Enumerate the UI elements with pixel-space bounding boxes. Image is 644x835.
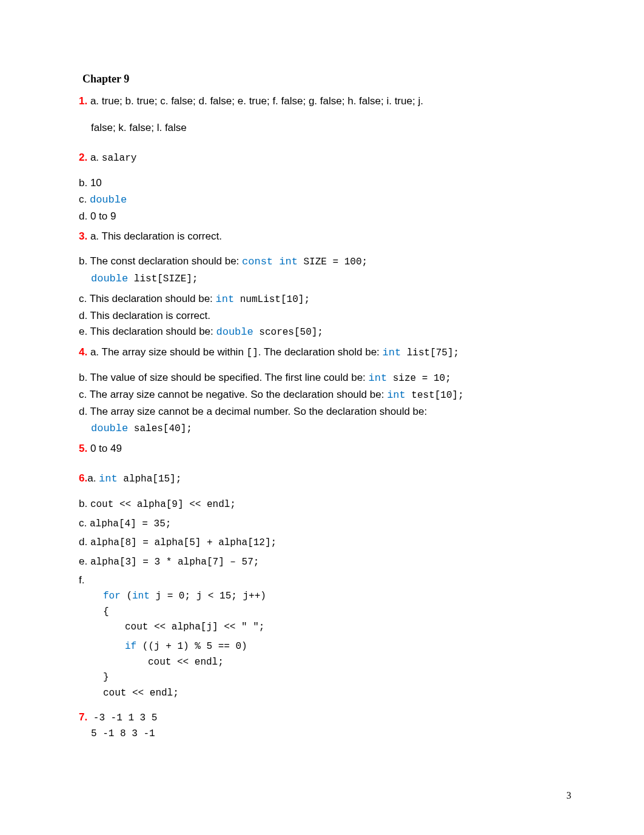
q3-d: d. This declaration is correct.	[79, 309, 565, 323]
q6-f-if-keyword: if	[125, 641, 136, 652]
q2-b: b. 10	[79, 176, 565, 190]
q4-b-keyword: int	[369, 372, 387, 384]
page-number: 3	[566, 790, 571, 801]
q5-text: 0 to 49	[87, 443, 122, 454]
q4-a-code: list[75];	[401, 347, 459, 358]
q3-b-line2: double list[SIZE];	[91, 272, 565, 286]
q5-number: 5.	[79, 443, 87, 454]
q3-e-text: e. This declaration should be:	[79, 326, 216, 337]
q4-d-text: d. The array size cannot be a decimal nu…	[79, 406, 427, 417]
q3-b-line1: b. The const declaration should be: cons…	[79, 255, 565, 269]
q7-line2: 5 -1 8 3 -1	[91, 728, 565, 741]
q2-a-code: salary	[102, 153, 137, 164]
q3-e: e. This declaration should be: double sc…	[79, 325, 565, 340]
q4-d-keyword: double	[91, 423, 128, 434]
q3-b-code: SIZE = 100;	[298, 257, 367, 267]
q7-line1: 7. -3 -1 1 3 5	[79, 711, 565, 725]
q2-number: 2.	[79, 152, 87, 163]
q3-c: c. This declaration should be: int numLi…	[79, 292, 565, 307]
q1-number: 1.	[79, 95, 87, 107]
q3-c-code: numList[10];	[234, 294, 310, 305]
q2-a: 2. a. salary	[79, 151, 565, 166]
q6-f-l4b: ((j + 1) % 5 == 0)	[136, 641, 247, 652]
q3-c-keyword: int	[216, 293, 235, 305]
q4-a-text2: . The declaration shold be:	[258, 346, 383, 358]
q6-f-line7: cout << endl;	[103, 687, 565, 700]
q6-f-line5: cout << endl;	[148, 656, 565, 669]
q6-c-prefix: c.	[79, 517, 90, 529]
q6-number: 6.	[79, 472, 87, 484]
q6-b-prefix: b.	[79, 498, 90, 509]
q6-a-prefix: a.	[87, 472, 99, 484]
q7-output1: -3 -1 1 3 5	[87, 713, 157, 723]
q3-c-text: c. This declaration should be:	[79, 293, 216, 304]
q6-a-code: alpha[15];	[118, 474, 182, 485]
q4-c-code: test[10];	[406, 390, 464, 401]
q6-f-line3: cout << alpha[j] << " ";	[125, 621, 565, 634]
q4-c-text: c. The array size cannot be negative. So…	[79, 389, 387, 400]
q6-c-code: alpha[4] = 35;	[90, 518, 171, 529]
q1-text1: a. true; b. true; c. false; d. false; e.…	[87, 95, 423, 107]
q3-b-text: b. The const declaration should be:	[79, 255, 242, 267]
q2-c-prefix: c.	[79, 193, 90, 205]
q3-a-text: a. This declaration is correct.	[87, 230, 222, 242]
q6-a: 6.a. int alpha[15];	[79, 472, 565, 486]
q6-d-code: alpha[8] = alpha[5] + alpha[12];	[90, 537, 277, 548]
q4-b-text: b. The value of size should be specified…	[79, 372, 369, 383]
q6-f-line6: }	[103, 671, 565, 685]
q3-e-code: scores[50];	[253, 327, 323, 338]
q6-f-line4: if ((j + 1) % 5 == 0)	[125, 640, 565, 654]
q1-line1: 1. a. true; b. true; c. false; d. false;…	[79, 92, 565, 110]
q6-f-prefix: f.	[79, 574, 565, 588]
q3-e-keyword: double	[216, 326, 253, 338]
q7-number: 7.	[79, 711, 87, 723]
q3-b-keyword: const int	[242, 256, 298, 267]
q4-b: b. The value of size should be specified…	[79, 371, 565, 386]
q6-e: e. alpha[3] = 3 * alpha[7] – 57;	[79, 555, 565, 569]
q4-a-text1: a. The array size should be within	[87, 346, 246, 358]
q4-b-code: size = 10;	[387, 373, 451, 384]
q6-f-l1b: (	[121, 591, 132, 602]
q3-number: 3.	[79, 230, 87, 242]
q6-d: d. alpha[8] = alpha[5] + alpha[12];	[79, 535, 565, 550]
q3-b-line2-keyword: double	[91, 273, 128, 284]
q5: 5. 0 to 49	[79, 442, 565, 456]
q4-c-keyword: int	[387, 389, 406, 401]
q4-a-keyword: int	[383, 347, 401, 358]
q6-f-line2: {	[103, 606, 565, 619]
chapter-heading: Chapter 9	[82, 73, 565, 86]
q6-e-code: alpha[3] = 3 * alpha[7] – 57;	[90, 557, 259, 568]
q4-d-line1: d. The array size cannot be a decimal nu…	[79, 405, 565, 419]
q6-b: b. cout << alpha[9] << endl;	[79, 497, 565, 512]
q4-number: 4.	[79, 346, 87, 358]
q6-c: c. alpha[4] = 35;	[79, 517, 565, 531]
q4-c: c. The array size cannot be negative. So…	[79, 388, 565, 403]
q4-d-line2: double sales[40];	[91, 421, 565, 436]
q2-a-prefix: a.	[87, 152, 102, 163]
q4-a: 4. a. The array size should be within []…	[79, 346, 565, 360]
q3-b-line2-code: list[SIZE];	[128, 273, 198, 284]
q6-b-code: cout << alpha[9] << endl;	[90, 499, 236, 510]
document-page: Chapter 9 1. a. true; b. true; c. false;…	[0, 0, 644, 835]
q1-line2: false; k. false; l. false	[91, 121, 565, 135]
q6-f-for-keyword: for	[103, 591, 121, 602]
q3-a: 3. a. This declaration is correct.	[79, 230, 565, 244]
q2-d: d. 0 to 9	[79, 210, 565, 224]
q6-f-line1: for (int j = 0; j < 15; j++)	[103, 590, 565, 603]
q6-f-l1d: j = 0; j < 15; j++)	[150, 591, 266, 602]
q2-c: c. double	[79, 193, 565, 207]
q2-c-keyword: double	[90, 194, 127, 206]
q6-e-prefix: e.	[79, 555, 90, 567]
q6-d-prefix: d.	[79, 536, 90, 548]
q4-a-brackets: []	[247, 347, 258, 358]
q4-d-code: sales[40];	[128, 423, 192, 434]
q6-a-keyword: int	[99, 473, 118, 485]
q6-f-int-keyword: int	[132, 591, 150, 602]
